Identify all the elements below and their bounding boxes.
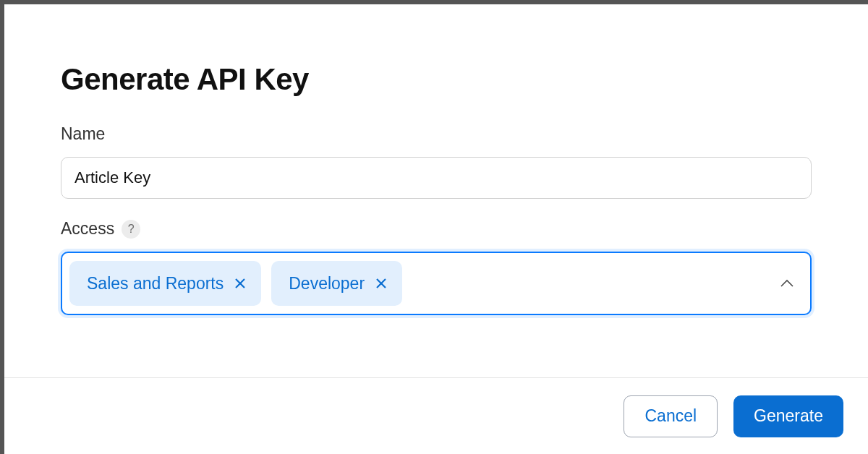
cancel-button[interactable]: Cancel — [624, 395, 718, 437]
modal-footer: Cancel Generate — [4, 377, 868, 454]
close-icon — [376, 278, 386, 288]
generate-api-key-modal: Generate API Key Name Access ? Sales and… — [4, 4, 868, 454]
name-label: Name — [61, 124, 105, 144]
tag-label: Sales and Reports — [87, 274, 224, 294]
chevron-up-icon[interactable] — [780, 276, 794, 291]
modal-body: Generate API Key Name Access ? Sales and… — [4, 4, 868, 377]
remove-tag-button[interactable] — [375, 277, 388, 290]
access-label: Access — [61, 219, 114, 239]
modal-title: Generate API Key — [61, 62, 812, 97]
access-tag-sales-and-reports: Sales and Reports — [69, 261, 261, 306]
help-icon[interactable]: ? — [122, 220, 140, 239]
access-label-row: Access ? — [61, 219, 812, 239]
access-multiselect[interactable]: Sales and Reports Developer — [61, 252, 812, 315]
generate-button[interactable]: Generate — [733, 395, 843, 437]
name-input[interactable] — [61, 157, 812, 199]
name-label-row: Name — [61, 124, 812, 144]
remove-tag-button[interactable] — [234, 277, 247, 290]
close-icon — [235, 278, 245, 288]
access-tag-developer: Developer — [271, 261, 402, 306]
tag-label: Developer — [289, 274, 365, 294]
